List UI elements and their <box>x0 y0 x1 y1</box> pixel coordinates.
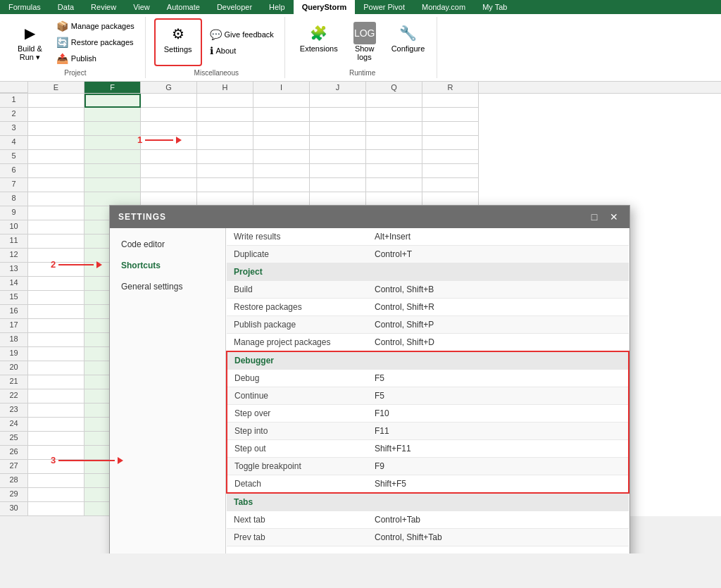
cell-E20[interactable] <box>28 361 84 375</box>
cell-I7[interactable] <box>253 178 310 192</box>
cell-H6[interactable] <box>197 164 253 178</box>
cell-E21[interactable] <box>28 375 84 389</box>
cell-G3[interactable] <box>141 122 197 136</box>
cell-J1[interactable] <box>310 94 366 108</box>
cell-R1[interactable] <box>422 94 479 108</box>
dialog-close-button[interactable]: ✕ <box>607 210 621 224</box>
tab-review[interactable]: Review <box>82 0 125 14</box>
cell-I1[interactable] <box>253 94 310 108</box>
cell-Q1[interactable] <box>366 94 422 108</box>
cell-I3[interactable] <box>253 122 310 136</box>
cell-E25[interactable] <box>28 432 84 446</box>
about-button[interactable]: ℹ About <box>205 43 279 58</box>
cell-E9[interactable] <box>28 206 84 220</box>
cell-E13[interactable] <box>28 263 84 277</box>
cell-I8[interactable] <box>253 192 310 206</box>
cell-Q6[interactable] <box>366 164 422 178</box>
tab-mondaycom[interactable]: Monday.com <box>413 0 474 14</box>
cell-H2[interactable] <box>197 108 253 122</box>
cell-E12[interactable] <box>28 249 84 263</box>
cell-E22[interactable] <box>28 389 84 404</box>
cell-Q4[interactable] <box>366 136 422 150</box>
sidebar-item-general-settings[interactable]: General settings <box>110 276 225 297</box>
cell-G7[interactable] <box>141 178 197 192</box>
tab-automate[interactable]: Automate <box>158 0 208 14</box>
cell-F2[interactable] <box>84 108 141 122</box>
cell-I6[interactable] <box>253 164 310 178</box>
tab-powerpivot[interactable]: Power Pivot <box>355 0 413 14</box>
cell-E3[interactable] <box>28 122 84 136</box>
tab-mytab[interactable]: My Tab <box>474 0 515 14</box>
cell-F3[interactable] <box>84 122 141 136</box>
cell-G4[interactable] <box>141 136 197 150</box>
cell-H7[interactable] <box>197 178 253 192</box>
cell-Q8[interactable] <box>366 192 422 206</box>
cell-Q5[interactable] <box>366 150 422 164</box>
publish-button[interactable]: 📤 Publish <box>51 51 139 66</box>
cell-G6[interactable] <box>141 164 197 178</box>
cell-E8[interactable] <box>28 192 84 206</box>
cell-R2[interactable] <box>422 108 479 122</box>
cell-E1[interactable] <box>28 94 84 108</box>
cell-E29[interactable] <box>28 488 84 502</box>
cell-H5[interactable] <box>197 150 253 164</box>
cell-E26[interactable] <box>28 446 84 460</box>
cell-I2[interactable] <box>253 108 310 122</box>
show-logs-button[interactable]: LOG Showlogs <box>347 18 382 66</box>
configure-button[interactable]: 🔧 Configure <box>385 18 432 66</box>
cell-J5[interactable] <box>310 150 366 164</box>
cell-J8[interactable] <box>310 192 366 206</box>
cell-E17[interactable] <box>28 319 84 333</box>
cell-G2[interactable] <box>141 108 197 122</box>
cell-E24[interactable] <box>28 418 84 432</box>
cell-G8[interactable] <box>141 192 197 206</box>
dialog-minimize-button[interactable]: □ <box>587 210 601 224</box>
cell-E19[interactable] <box>28 347 84 361</box>
cell-Q3[interactable] <box>366 122 422 136</box>
cell-I5[interactable] <box>253 150 310 164</box>
tab-help[interactable]: Help <box>261 0 294 14</box>
cell-G5[interactable] <box>141 150 197 164</box>
cell-E28[interactable] <box>28 474 84 488</box>
cell-R5[interactable] <box>422 150 479 164</box>
tab-data[interactable]: Data <box>49 0 82 14</box>
cell-E2[interactable] <box>28 108 84 122</box>
cell-E10[interactable] <box>28 220 84 234</box>
cell-E23[interactable] <box>28 404 84 418</box>
cell-F5[interactable] <box>84 150 141 164</box>
cell-F4[interactable] <box>84 136 141 150</box>
manage-packages-button[interactable]: 📦 Manage packages <box>51 18 139 34</box>
cell-R6[interactable] <box>422 164 479 178</box>
cell-E14[interactable] <box>28 277 84 291</box>
tab-formulas[interactable]: Formulas <box>0 0 49 14</box>
extensions-button[interactable]: 🧩 Extensions <box>294 18 344 66</box>
cell-H4[interactable] <box>197 136 253 150</box>
cell-E15[interactable] <box>28 291 84 305</box>
cell-Q7[interactable] <box>366 178 422 192</box>
cell-R4[interactable] <box>422 136 479 150</box>
sidebar-item-shortcuts[interactable]: Shortcuts <box>110 255 225 276</box>
sidebar-item-code-editor[interactable]: Code editor <box>110 234 225 255</box>
cell-H8[interactable] <box>197 192 253 206</box>
cell-E11[interactable] <box>28 234 84 249</box>
cell-G1[interactable] <box>141 94 197 108</box>
cell-E18[interactable] <box>28 333 84 347</box>
tab-view[interactable]: View <box>125 0 158 14</box>
dialog-main[interactable]: Write results Alt+Insert Duplicate Contr… <box>226 228 629 553</box>
cell-H1[interactable] <box>197 94 253 108</box>
cell-E7[interactable] <box>28 178 84 192</box>
cell-H3[interactable] <box>197 122 253 136</box>
cell-J3[interactable] <box>310 122 366 136</box>
cell-Q2[interactable] <box>366 108 422 122</box>
cell-E16[interactable] <box>28 305 84 319</box>
cell-E27[interactable] <box>28 460 84 474</box>
cell-F8[interactable] <box>84 192 141 206</box>
build-run-button[interactable]: ▶ Build &Run ▾ <box>11 18 49 66</box>
cell-R7[interactable] <box>422 178 479 192</box>
cell-F1[interactable] <box>84 94 141 108</box>
restore-packages-button[interactable]: 🔄 Restore packages <box>51 35 139 50</box>
cell-F6[interactable] <box>84 164 141 178</box>
cell-E6[interactable] <box>28 164 84 178</box>
cell-E5[interactable] <box>28 150 84 164</box>
settings-button[interactable]: ⚙ Settings <box>154 18 202 66</box>
